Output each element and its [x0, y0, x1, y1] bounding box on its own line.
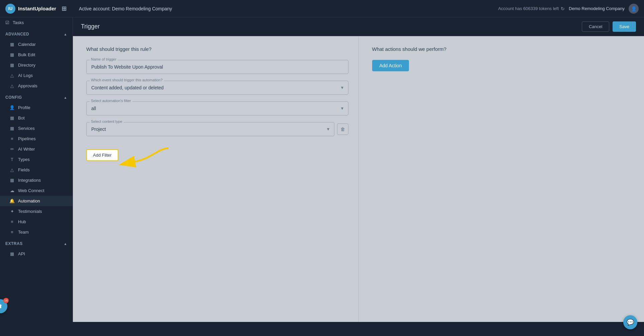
- annotation-arrow: [118, 145, 172, 172]
- content-type-label: Select content type: [90, 119, 124, 123]
- sidebar-item-approvals[interactable]: △ Approvals: [0, 81, 73, 91]
- sidebar-item-hub[interactable]: ≡ Hub: [0, 217, 73, 227]
- trigger-panels: What should trigger this rule? Name of t…: [73, 36, 644, 322]
- sidebar-item-api[interactable]: ▦ API: [0, 249, 73, 259]
- sidebar-section-config: Config ▲ 👤 Profile ▦ Bot ▦ Services ≡ Pi…: [0, 92, 73, 237]
- trigger-event-group: Which event should trigger this automati…: [86, 81, 348, 95]
- types-icon: T: [9, 157, 15, 162]
- logo-icon: IU: [5, 4, 15, 14]
- section-label-config: Config: [5, 95, 22, 100]
- add-filter-button[interactable]: Add Filter: [86, 149, 118, 161]
- topbar-right: Account has 606339 tokens left ↻ Demo Re…: [498, 4, 639, 14]
- automation-icon: 🔔: [9, 198, 15, 203]
- sidebar-item-types[interactable]: T Types: [0, 154, 73, 165]
- section-header-extras[interactable]: Extras ▲: [0, 239, 73, 249]
- fields-icon: △: [9, 167, 15, 172]
- tokens-label: Account has 606339 tokens left: [498, 6, 559, 11]
- sidebar-section-extras: Extras ▲ ▦ API: [0, 239, 73, 259]
- content-type-select[interactable]: Project: [86, 122, 334, 136]
- sidebar-item-fields[interactable]: △ Fields: [0, 165, 73, 175]
- trigger-content: What should trigger this rule? Name of t…: [73, 36, 644, 322]
- sidebar-item-integrations[interactable]: ▦ Integrations: [0, 175, 73, 185]
- sidebar-item-ai-writer[interactable]: ✏ AI Writer: [0, 144, 73, 154]
- sidebar-item-web-connect[interactable]: ☁ Web Connect: [0, 185, 73, 196]
- hub-label: Hub: [18, 219, 26, 224]
- sidebar-section-advanced: Advanced ▲ ▦ Calendar ▦ Bulk Edit ▦ Dire…: [0, 29, 73, 91]
- profile-icon: 👤: [9, 105, 15, 110]
- calendar-icon: ▦: [9, 42, 15, 47]
- save-button[interactable]: Save: [613, 21, 636, 32]
- ai-logs-icon: △: [9, 73, 15, 78]
- sidebar-item-automation[interactable]: 🔔 Automation: [0, 196, 73, 206]
- content-area: Trigger Cancel Save What should trigger …: [73, 17, 644, 322]
- directory-label: Directory: [18, 63, 35, 68]
- tasks-icon: ☑: [5, 20, 9, 25]
- pin-icon: ⊞: [62, 5, 67, 12]
- services-label: Services: [18, 126, 35, 131]
- calendar-label: Calendar: [18, 42, 36, 47]
- trigger-filter-group: Select automation's filter all ▼: [86, 101, 348, 115]
- ai-writer-icon: ✏: [9, 147, 15, 152]
- section-label-extras: Extras: [5, 241, 23, 246]
- integrations-label: Integrations: [18, 178, 41, 183]
- pipelines-icon: ≡: [9, 136, 15, 141]
- approvals-icon: △: [9, 83, 15, 88]
- hub-icon: ≡: [9, 219, 15, 224]
- sidebar-item-calendar[interactable]: ▦ Calendar: [0, 39, 73, 50]
- web-connect-label: Web Connect: [18, 188, 44, 193]
- ai-logs-label: AI Logs: [18, 73, 33, 78]
- trigger-actions: Cancel Save: [582, 21, 636, 32]
- types-label: Types: [18, 157, 30, 162]
- trigger-filter-select[interactable]: all: [86, 101, 348, 115]
- trigger-name-group: Name of trigger: [86, 60, 348, 74]
- active-account: Active account: Demo Remodeling Company: [72, 6, 498, 11]
- sidebar-item-services[interactable]: ▦ Services: [0, 123, 73, 134]
- sidebar-item-team[interactable]: ≡ Team: [0, 227, 73, 237]
- account-name: Demo Remodeling Company: [569, 6, 625, 11]
- trigger-title: Trigger: [81, 23, 100, 30]
- sidebar-item-testimonials[interactable]: ✦ Testimonials: [0, 206, 73, 217]
- sidebar: ☑ Tasks Advanced ▲ ▦ Calendar ▦ Bulk Edi…: [0, 17, 73, 322]
- sidebar-item-profile[interactable]: 👤 Profile: [0, 102, 73, 113]
- delete-filter-button[interactable]: 🗑: [337, 123, 348, 135]
- team-icon: ≡: [9, 230, 15, 235]
- trigger-event-select[interactable]: Content added, updated or deleted: [86, 81, 348, 95]
- testimonials-icon: ✦: [9, 209, 15, 214]
- sidebar-item-ai-logs[interactable]: △ AI Logs: [0, 70, 73, 81]
- api-icon: ▦: [9, 251, 15, 256]
- left-panel-title: What should trigger this rule?: [86, 46, 348, 52]
- api-label: API: [18, 251, 25, 256]
- approvals-label: Approvals: [18, 83, 37, 88]
- section-header-advanced[interactable]: Advanced ▲: [0, 29, 73, 39]
- web-connect-icon: ☁: [9, 188, 15, 193]
- sidebar-item-directory[interactable]: ▦ Directory: [0, 60, 73, 70]
- team-label: Team: [18, 230, 29, 235]
- chat-support-button[interactable]: 💬: [623, 315, 637, 329]
- pipelines-label: Pipelines: [18, 136, 36, 141]
- bot-icon: ▦: [9, 115, 15, 120]
- add-action-button[interactable]: Add Action: [372, 60, 409, 71]
- sidebar-item-bulk-edit[interactable]: ▦ Bulk Edit: [0, 50, 73, 60]
- trigger-name-input[interactable]: [86, 60, 348, 74]
- ai-writer-label: AI Writer: [18, 147, 35, 152]
- bot-label: Bot: [18, 115, 25, 120]
- content-type-group: Select content type Project ▼: [86, 122, 334, 136]
- sidebar-item-tasks[interactable]: ☑ Tasks: [0, 17, 73, 28]
- integrations-icon: ▦: [9, 178, 15, 183]
- user-avatar[interactable]: 👤: [629, 4, 639, 14]
- app-logo[interactable]: IU InstantUploader ⊞: [5, 4, 72, 14]
- directory-icon: ▦: [9, 63, 15, 68]
- notification-badge: 16: [3, 298, 9, 303]
- refresh-icon[interactable]: ↻: [561, 6, 565, 11]
- section-header-config[interactable]: Config ▲: [0, 92, 73, 102]
- sidebar-item-bot[interactable]: ▦ Bot: [0, 113, 73, 123]
- chat-icon: 💬: [627, 319, 634, 326]
- trigger-left-panel: What should trigger this rule? Name of t…: [73, 36, 359, 322]
- active-account-label: Active account: Demo Remodeling Company: [79, 6, 172, 11]
- fields-label: Fields: [18, 167, 30, 172]
- section-label-advanced: Advanced: [5, 32, 29, 36]
- sidebar-item-pipelines[interactable]: ≡ Pipelines: [0, 134, 73, 144]
- profile-label: Profile: [18, 105, 30, 110]
- trigger-content-type-row: Select content type Project ▼ 🗑: [86, 122, 348, 136]
- cancel-button[interactable]: Cancel: [582, 21, 609, 32]
